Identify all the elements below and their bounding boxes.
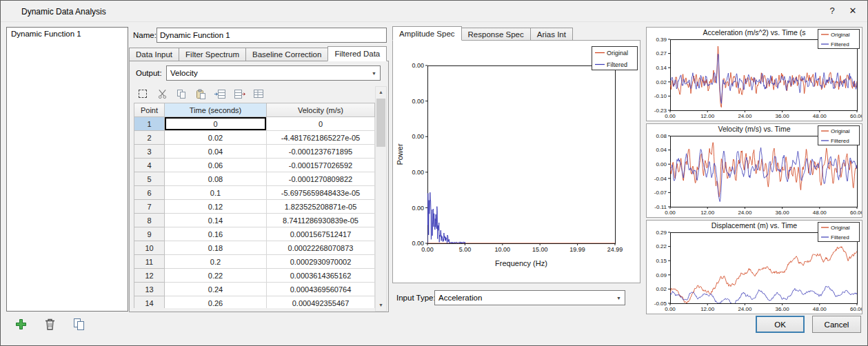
svg-text:Power: Power [396,143,404,165]
time-cell[interactable]: 0 [165,117,267,131]
time-cell[interactable]: 0.02 [165,131,267,145]
time-cell[interactable]: 0.24 [165,283,267,296]
value-cell[interactable]: -0.0001577026592 [267,159,375,172]
table-options-button[interactable] [252,88,265,100]
select-all-button[interactable] [137,88,149,100]
row-number-cell[interactable]: 8 [134,214,165,227]
row-number-cell[interactable]: 1 [134,117,165,131]
acceleration-chart-panel: Acceleration (m/s^2) vs. Time (s0.390.27… [646,27,862,121]
function-list-item[interactable]: Dynamic Function 1 [7,28,128,40]
time-cell[interactable]: 0.26 [165,296,267,309]
svg-text:60.00: 60.00 [850,306,862,312]
ok-button[interactable]: OK [756,316,805,333]
time-cell[interactable]: 0.2 [165,255,267,269]
output-value: Velocity [170,69,198,77]
cut-icon [157,89,168,99]
scroll-up-icon[interactable]: ▲ [376,87,386,98]
value-cell[interactable]: 8.7411286930839e-05 [267,214,375,227]
tab-filtered-data[interactable]: Filtered Data [327,46,387,61]
duplicate-function-button[interactable] [70,315,88,333]
paste-icon [196,89,206,99]
svg-text:48.00: 48.00 [813,113,827,119]
row-number-cell[interactable]: 6 [134,186,165,200]
column-header-time[interactable]: Time (seconds) [165,103,267,117]
svg-text:0.27: 0.27 [656,50,667,57]
tab-baseline-correction[interactable]: Baseline Correction [245,48,328,61]
svg-text:36.00: 36.00 [776,113,790,119]
row-number-cell[interactable]: 12 [134,269,165,283]
value-cell[interactable]: 0.000492355467 [267,296,375,309]
row-number-cell[interactable]: 9 [134,227,165,241]
help-button[interactable]: ? [822,1,842,21]
input-type-select[interactable]: Acceleration ▼ [434,290,625,305]
table-scrollbar[interactable]: ▲ ▼ [375,86,387,312]
column-header-point[interactable]: Point [134,103,165,117]
time-cell[interactable]: 0.18 [165,241,267,255]
value-cell[interactable]: 0.0002930970002 [267,255,375,269]
acceleration-chart: Acceleration (m/s^2) vs. Time (s0.390.27… [647,28,862,121]
output-label: Output: [136,69,162,77]
table-row: 80.148.7411286930839e-05 [134,214,375,227]
table-row: 50.08-0.0001270809822 [134,172,375,186]
time-cell[interactable]: 0.04 [165,145,267,159]
tab-arias-int[interactable]: Arias Int [530,28,573,41]
row-number-cell[interactable]: 11 [134,255,165,269]
row-number-cell[interactable]: 13 [134,283,165,296]
table-row: 90.160.0001567512417 [134,227,375,241]
value-cell[interactable]: -0.0001237671895 [267,145,375,159]
time-cell[interactable]: 0.16 [165,227,267,241]
row-number-cell[interactable]: 7 [134,200,165,214]
value-cell[interactable]: 0.0004369560764 [267,283,375,296]
svg-text:0.22: 0.22 [656,243,667,250]
copy-button[interactable] [175,88,188,100]
select-all-icon [139,90,147,98]
tab-filter-spectrum[interactable]: Filter Spectrum [179,48,246,61]
scroll-down-icon[interactable]: ▼ [376,300,386,311]
input-type-label: Input Type: [396,294,436,302]
row-number-cell[interactable]: 10 [134,241,165,255]
time-cell[interactable]: 0.08 [165,172,267,186]
value-cell[interactable]: 0 [267,117,375,131]
row-number-cell[interactable]: 3 [134,145,165,159]
table-row: 120.220.0003614365162 [134,269,375,283]
table-row: 100.180.00022268070873 [134,241,375,255]
data-grid: Point Time (seconds) Velocity (m/s) 1002… [134,103,375,308]
close-button[interactable]: ✕ [842,1,863,21]
row-number-cell[interactable]: 14 [134,296,165,309]
value-cell[interactable]: 1.823525208871e-05 [267,200,375,214]
row-number-cell[interactable]: 2 [134,131,165,145]
value-cell[interactable]: -0.0001270809822 [267,172,375,186]
row-number-cell[interactable]: 4 [134,159,165,172]
value-cell[interactable]: -4.4817621865227e-05 [267,131,375,145]
value-cell[interactable]: 0.0001567512417 [267,227,375,241]
paste-button[interactable] [194,88,207,100]
svg-text:0.02: 0.02 [656,286,667,292]
time-cell[interactable]: 0.14 [165,214,267,227]
delete-row-button[interactable] [233,88,245,100]
value-cell[interactable]: 0.00022268070873 [267,241,375,255]
svg-text:Original: Original [831,128,850,134]
cut-button[interactable] [156,88,168,100]
svg-text:36.00: 36.00 [776,210,790,216]
delete-function-button[interactable] [41,315,59,333]
row-number-cell[interactable]: 5 [134,172,165,186]
value-cell[interactable]: -5.6975659848433e-05 [267,186,375,200]
name-input[interactable] [157,28,387,43]
title-bar[interactable]: Dynamic Data Analysis ? ✕ [1,1,867,22]
output-select[interactable]: Velocity ▼ [166,65,381,81]
tab-response-spec[interactable]: Response Spec [461,28,531,41]
insert-row-button[interactable] [214,88,226,100]
scrollbar-thumb[interactable] [376,99,385,147]
value-cell[interactable]: 0.0003614365162 [267,269,375,283]
add-function-button[interactable] [12,315,30,333]
cancel-button[interactable]: Cancel [812,316,861,333]
column-header-velocity[interactable]: Velocity (m/s) [267,103,375,117]
time-cell[interactable]: 0.1 [165,186,267,200]
time-cell[interactable]: 0.22 [165,269,267,283]
table-row: 100 [134,117,375,131]
time-cell[interactable]: 0.12 [165,200,267,214]
tab-amplitude-spec[interactable]: Amplitude Spec [392,26,462,41]
tab-data-input[interactable]: Data Input [129,48,179,61]
time-cell[interactable]: 0.06 [165,159,267,172]
function-list[interactable]: Dynamic Function 1 [6,27,128,312]
